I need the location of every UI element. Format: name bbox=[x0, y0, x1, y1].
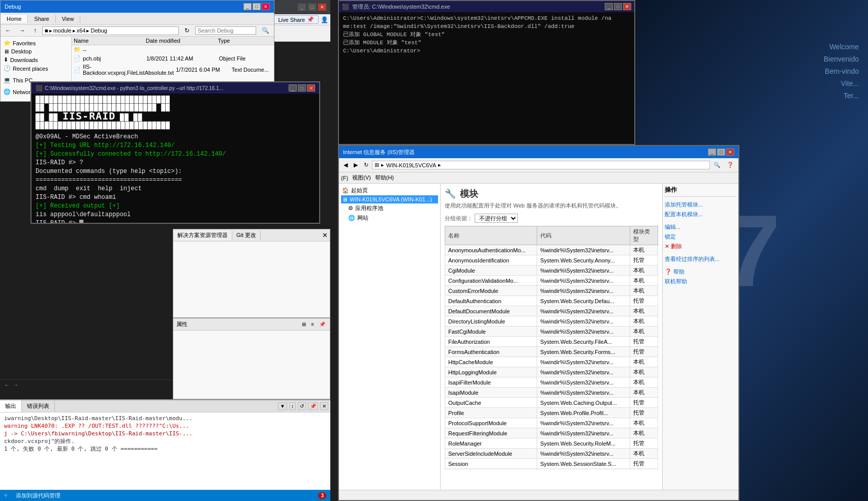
live-share-label: Live Share bbox=[278, 17, 305, 23]
cmd-close-btn[interactable]: ✕ bbox=[307, 84, 315, 92]
vs-output-tab-active[interactable]: 输出 bbox=[0, 400, 22, 412]
fe-maximize-btn[interactable]: □ bbox=[253, 3, 261, 10]
iis-action-edit[interactable]: 编辑... bbox=[665, 222, 736, 232]
fe-refresh-btn[interactable]: ↻ bbox=[182, 26, 192, 35]
vs-output-tb-btn-1[interactable]: ▼ bbox=[278, 402, 287, 410]
fe-search-input[interactable] bbox=[195, 26, 256, 35]
iis-module-row[interactable]: IsapiModule %windir%\System32\inetsrv...… bbox=[445, 388, 658, 398]
iis-module-row[interactable]: DefaultDocumentModule %windir%\System32\… bbox=[445, 306, 658, 316]
iis-action-delete[interactable]: ✕ 删除 bbox=[665, 242, 736, 251]
fe-row-2[interactable]: 📄 IIS-Backdoor.vcxproj.FileListAbsolute.… bbox=[72, 63, 274, 77]
cmd-controls: _ □ ✕ bbox=[289, 84, 315, 92]
iis-module-row[interactable]: FileAuthorization System.Web.Security.Fi… bbox=[445, 337, 658, 347]
iis-col-type[interactable]: 模块类型 bbox=[630, 226, 658, 245]
iis-min-btn[interactable]: _ bbox=[708, 149, 716, 156]
iis-action-add-managed[interactable]: 添加托管模块... bbox=[665, 200, 736, 210]
iis-tb-help[interactable]: ❓ bbox=[724, 160, 736, 170]
iis-action-lock[interactable]: 锁定 bbox=[665, 232, 736, 242]
iis-module-row[interactable]: Session System.Web.SessionState.S... 托管 bbox=[445, 459, 658, 469]
iis-module-row[interactable]: StaticCompressionModule %windir%\System3… bbox=[445, 469, 658, 470]
fe-nav-downloads[interactable]: ⬇ Downloads bbox=[3, 55, 69, 64]
se-close-btn[interactable]: ✕ bbox=[320, 230, 330, 240]
iis-module-row[interactable]: IsapiFilterModule %windir%\System32\inet… bbox=[445, 377, 658, 388]
iis-module-code: System.Web.Security.Defau... bbox=[537, 296, 630, 306]
iis-action-sorted-list[interactable]: 查看经过排序的列表... bbox=[665, 254, 736, 264]
iis-module-row[interactable]: RequestFilteringModule %windir%\System32… bbox=[445, 428, 658, 438]
iis-module-row[interactable]: ServerSideIncludeModule %windir%\System3… bbox=[445, 449, 658, 459]
iis-tree-apppools[interactable]: ⚙ 应用程序池 bbox=[347, 203, 438, 213]
fe-back-btn[interactable]: ← bbox=[3, 26, 14, 35]
iis-module-row[interactable]: AnonymousIdentification System.Web.Secur… bbox=[445, 255, 658, 266]
fe-close-btn[interactable]: ✕ bbox=[262, 3, 270, 10]
iis-tree-start[interactable]: 🏠 起始页 bbox=[341, 186, 438, 195]
iis-module-row[interactable]: Profile System.Web.Profile.Profil... 托管 bbox=[445, 408, 658, 418]
iis-module-row[interactable]: CgiModule %windir%\System32\inetsrv... 本… bbox=[445, 266, 658, 276]
iis-module-code: System.Web.Profile.Profil... bbox=[537, 408, 630, 418]
iis-max-btn[interactable]: □ bbox=[717, 149, 725, 156]
iis-module-row[interactable]: AnonymousAuthenticationMo... %windir%\Sy… bbox=[445, 245, 658, 255]
iis-module-row[interactable]: ProtocolSupportModule %windir%\System32\… bbox=[445, 418, 658, 428]
admin-cmd-close-btn[interactable]: ✕ bbox=[623, 3, 631, 10]
vs-close-btn[interactable]: ✕ bbox=[318, 4, 326, 11]
vs-output-content: iwarning\Desktop\IIS-Raid-master\IIS-Rai… bbox=[0, 412, 330, 490]
iis-menu-file[interactable]: (F) bbox=[341, 175, 348, 181]
admin-cmd-max-btn[interactable]: □ bbox=[614, 3, 622, 10]
iis-module-row[interactable]: HttpLoggingModule %windir%\System32\inet… bbox=[445, 367, 658, 377]
iis-tb-back[interactable]: ◀ bbox=[341, 160, 350, 170]
iis-module-row[interactable]: FastCgiModule %windir%\System32\inetsrv.… bbox=[445, 327, 658, 337]
vs-maximize-btn[interactable]: □ bbox=[308, 4, 316, 11]
fe-tab-share[interactable]: Share bbox=[28, 15, 55, 23]
vs-errors-tab[interactable]: 错误列表 bbox=[22, 400, 55, 412]
iis-module-row[interactable]: DirectoryListingModule %windir%\System32… bbox=[445, 316, 658, 327]
fe-row-0[interactable]: 📁 -- bbox=[72, 45, 274, 54]
iis-module-row[interactable]: CustomErrorModule %windir%\System32\inet… bbox=[445, 286, 658, 296]
fe-nav-desktop[interactable]: 🖥 Desktop bbox=[3, 47, 69, 55]
vs-output-pin-btn[interactable]: 📌 bbox=[308, 402, 318, 410]
iis-module-row[interactable]: FormsAuthentication System.Web.Security.… bbox=[445, 347, 658, 357]
vs-output-close-btn[interactable]: ✕ bbox=[320, 402, 328, 410]
props-grid-btn[interactable]: ≡ bbox=[309, 321, 316, 328]
iis-module-row[interactable]: OutputCache System.Web.Caching.Output...… bbox=[445, 398, 658, 408]
iis-tb-refresh[interactable]: ↻ bbox=[361, 160, 371, 170]
cmd-minimize-btn[interactable]: _ bbox=[289, 84, 297, 92]
admin-cmd-min-btn[interactable]: _ bbox=[605, 3, 613, 10]
iis-action-help[interactable]: ❓ 帮助 bbox=[665, 267, 736, 277]
iis-tb-forward[interactable]: ▶ bbox=[351, 160, 360, 170]
fe-nav-favorites[interactable]: ⭐ Favorites bbox=[3, 39, 69, 47]
iis-col-code[interactable]: 代码 bbox=[537, 226, 630, 245]
iis-tb-search[interactable]: 🔍 bbox=[711, 160, 723, 170]
iis-modules-table-container[interactable]: 名称 代码 模块类型 AnonymousAuthenticationMo... … bbox=[445, 226, 658, 470]
fe-nav-recent[interactable]: 🕐 Recent places bbox=[3, 64, 69, 73]
props-sort-btn[interactable]: ⊞ bbox=[300, 321, 307, 328]
cmd-maximize-btn[interactable]: □ bbox=[298, 84, 306, 92]
iis-menu-view[interactable]: 视图(V) bbox=[352, 174, 371, 182]
iis-module-row[interactable]: DefaultAuthentication System.Web.Securit… bbox=[445, 296, 658, 306]
vs-user-icon[interactable]: 👤 bbox=[321, 16, 328, 23]
iis-filter-select[interactable]: 不进行分组 bbox=[475, 214, 518, 223]
vs-minimize-btn[interactable]: _ bbox=[298, 4, 306, 11]
iis-tree-sites[interactable]: 🌐 网站 bbox=[347, 213, 438, 223]
props-pin-btn[interactable]: 📌 bbox=[318, 321, 327, 328]
fe-row-1[interactable]: 📄 pch.obj 1/8/2021 11:42 AM Object File bbox=[72, 54, 274, 63]
iis-menu-help[interactable]: 帮助(H) bbox=[375, 174, 394, 182]
iis-col-name[interactable]: 名称 bbox=[445, 226, 537, 245]
fe-minimize-btn[interactable]: _ bbox=[243, 3, 252, 10]
iis-action-config-native[interactable]: 配置本机模块... bbox=[665, 210, 736, 219]
fe-up-btn[interactable]: ↑ bbox=[31, 26, 39, 35]
iis-module-row[interactable]: RoleManager System.Web.Security.RoleM...… bbox=[445, 438, 658, 449]
iis-action-online-help[interactable]: 联机帮助 bbox=[665, 277, 736, 286]
iis-module-row[interactable]: ConfigurationValidationMo... %windir%\Sy… bbox=[445, 276, 658, 286]
vs-output-tb-btn-2[interactable]: ↕ bbox=[289, 402, 296, 410]
fe-search-btn[interactable]: 🔍 bbox=[259, 26, 272, 35]
iis-module-row[interactable]: HttpCacheModule %windir%\System32\inetsr… bbox=[445, 357, 658, 367]
vs-nav-back[interactable]: ← bbox=[4, 382, 9, 388]
se-tab-1[interactable]: 解决方案资源管理器 bbox=[173, 230, 232, 240]
iis-close-btn[interactable]: ✕ bbox=[726, 149, 734, 156]
fe-tab-home[interactable]: Home bbox=[1, 15, 28, 23]
vs-nav-forward[interactable]: → bbox=[13, 382, 18, 388]
vs-output-tb-btn-3[interactable]: ↺ bbox=[298, 402, 306, 410]
fe-forward-btn[interactable]: → bbox=[17, 26, 28, 35]
se-tab-2[interactable]: Git 更改 bbox=[232, 230, 261, 240]
fe-tab-view[interactable]: View bbox=[56, 15, 81, 23]
iis-tree-server[interactable]: 🖥 WIN-K019L5VC6VA (WIN-K01...) bbox=[341, 195, 438, 203]
